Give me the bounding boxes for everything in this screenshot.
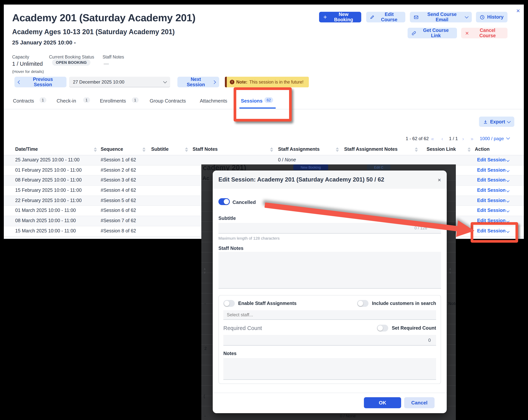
warning-icon: ! xyxy=(230,80,234,84)
staff-notes-textarea[interactable] xyxy=(218,252,441,288)
annotation-box-sessions-tab xyxy=(234,87,292,121)
chevron-down-icon xyxy=(506,199,510,202)
row-sequence: #Session 8 of 62 xyxy=(101,226,136,236)
dimmed-sort-icon: ∨ xyxy=(449,271,451,274)
capacity-value: 1 / Unlimited xyxy=(12,61,43,67)
tab-attachments[interactable]: Attachments xyxy=(200,98,227,104)
staff-notes-value: — xyxy=(104,61,109,66)
edit-session-link[interactable]: Edit Session xyxy=(472,176,514,185)
set-required-count-toggle[interactable] xyxy=(377,325,388,332)
edit-session-link[interactable]: Edit Session xyxy=(472,155,514,165)
row-sequence: #Session 5 of 62 xyxy=(101,196,136,205)
ok-button[interactable]: OK xyxy=(364,397,401,408)
chevron-down-icon xyxy=(465,15,468,18)
tab-contracts[interactable]: Contracts xyxy=(13,98,34,104)
staff-notes-label: Staff Notes xyxy=(103,55,124,59)
history-clock-icon xyxy=(480,15,485,20)
cancel-course-button[interactable]: Cancel Course xyxy=(461,28,507,38)
export-button[interactable]: Export xyxy=(479,117,514,127)
col-subtitle: Subtitle xyxy=(151,147,169,152)
tab-contracts-badge[interactable]: 1 xyxy=(39,97,46,103)
sort-icon[interactable] xyxy=(143,147,145,153)
dimmed-bottom-strip xyxy=(201,413,456,420)
plus-icon xyxy=(323,15,327,19)
sort-icon[interactable] xyxy=(336,147,339,153)
page-title: Academy 201 (Saturday Academy 201) xyxy=(12,12,195,24)
edit-session-link[interactable]: Edit Session xyxy=(472,196,514,205)
x-icon xyxy=(465,31,469,35)
pagination-first-icon[interactable]: « xyxy=(431,136,434,142)
row-staff-assignments: 0 / None xyxy=(278,155,296,165)
toggle-knob xyxy=(358,301,363,306)
subtitle-label: Subtitle xyxy=(218,216,236,221)
link-icon xyxy=(411,31,416,36)
close-icon[interactable]: × xyxy=(438,176,441,183)
tab-enrollments[interactable]: Enrollments xyxy=(100,98,126,104)
get-course-link-button[interactable]: Get Course Link xyxy=(408,28,457,38)
enable-staff-assignments-toggle[interactable] xyxy=(223,300,235,307)
history-button[interactable]: History xyxy=(476,12,507,22)
toggle-knob xyxy=(378,325,383,331)
note-prefix: Note: xyxy=(236,80,248,84)
sort-icon[interactable] xyxy=(94,147,97,153)
new-booking-button[interactable]: New Booking xyxy=(319,12,361,22)
chevron-down-icon xyxy=(506,209,510,213)
cancelled-toggle[interactable] xyxy=(218,198,230,205)
col-staff-assignment-notes: Staff Assignment Notes xyxy=(344,147,397,152)
dimmed-text-fragment: ( xyxy=(204,394,205,398)
edit-course-button[interactable]: Edit Course xyxy=(366,12,405,22)
capacity-label: Capacity xyxy=(12,55,29,59)
edit-session-modal: Edit Session: Academy 201 (Saturday Acad… xyxy=(213,170,447,413)
edit-session-link[interactable]: Edit Session xyxy=(472,165,514,175)
chevron-down-icon xyxy=(506,189,510,192)
select-staff-input[interactable] xyxy=(223,310,436,320)
screenshot-canvas: × Academy 201 (Saturday Academy 201) Aca… xyxy=(0,0,528,420)
pagination-last-icon[interactable]: » xyxy=(471,136,473,142)
tab-check-in[interactable]: Check-in xyxy=(57,98,76,104)
notes-textarea[interactable] xyxy=(223,358,436,380)
next-session-button[interactable]: Next Session xyxy=(177,77,219,87)
pagination-range: 1 - 62 of 62 xyxy=(406,136,429,141)
download-icon xyxy=(483,120,488,124)
staff-assignments-section: Enable Staff Assignments Include custome… xyxy=(218,295,441,384)
send-course-email-button[interactable]: Send Course Email xyxy=(410,12,472,22)
tab-group-contracts[interactable]: Group Contracts xyxy=(150,98,186,104)
dimmed-new-booking-button: New Booking xyxy=(293,164,328,170)
tab-enrollments-badge[interactable]: 1 xyxy=(132,97,138,103)
previous-session-label: Previous Session xyxy=(23,77,63,87)
send-course-email-label: Send Course Email xyxy=(421,12,463,22)
sort-icon[interactable] xyxy=(270,147,273,153)
edit-session-link[interactable]: Edit Session xyxy=(472,186,514,195)
dimmed-text-fragment: 2 xyxy=(204,346,207,350)
chevron-down-icon[interactable] xyxy=(506,136,510,140)
required-count-value: 0 xyxy=(428,337,431,343)
sort-icon[interactable] xyxy=(468,147,471,153)
col-session-link: Session Link xyxy=(427,147,456,152)
pagination-next-icon[interactable]: › xyxy=(462,136,464,142)
edit-session-link[interactable]: Edit Session xyxy=(472,206,514,216)
previous-session-button[interactable]: Previous Session xyxy=(14,77,66,87)
row-datetime: 08 March 2025 10:00 - 11:00 xyxy=(15,216,76,226)
assignment-toggles-row: Enable Staff Assignments Include custome… xyxy=(223,300,436,307)
edit-session-label: Edit Session xyxy=(477,188,505,193)
close-icon[interactable]: × xyxy=(516,8,520,14)
page-size-select[interactable]: 1000 / page xyxy=(480,136,504,141)
sort-icon[interactable] xyxy=(415,147,418,153)
cancel-button[interactable]: Cancel xyxy=(404,397,434,408)
capacity-hint: (Hover for details) xyxy=(12,69,44,74)
sort-icon[interactable] xyxy=(185,147,188,153)
edit-session-label: Edit Session xyxy=(477,178,505,183)
required-count-input[interactable]: 0 xyxy=(223,335,436,346)
row-sequence: #Session 4 of 62 xyxy=(101,186,136,195)
row-sequence: #Session 2 of 62 xyxy=(101,165,136,175)
annotation-box-edit-session xyxy=(471,222,518,243)
col-action: Action xyxy=(475,147,490,152)
pagination-prev-icon[interactable]: ‹ xyxy=(441,136,443,142)
chevron-down-icon xyxy=(506,169,510,172)
chevron-left-icon xyxy=(18,80,22,84)
subtitle-hint: Maximum length of 128 characters xyxy=(218,236,280,240)
session-select[interactable]: 27 December 2025 10:00 xyxy=(69,77,170,87)
get-course-link-label: Get Course Link xyxy=(419,28,453,38)
include-customers-toggle[interactable] xyxy=(357,300,369,307)
tab-check-in-badge[interactable]: 1 xyxy=(83,97,90,103)
